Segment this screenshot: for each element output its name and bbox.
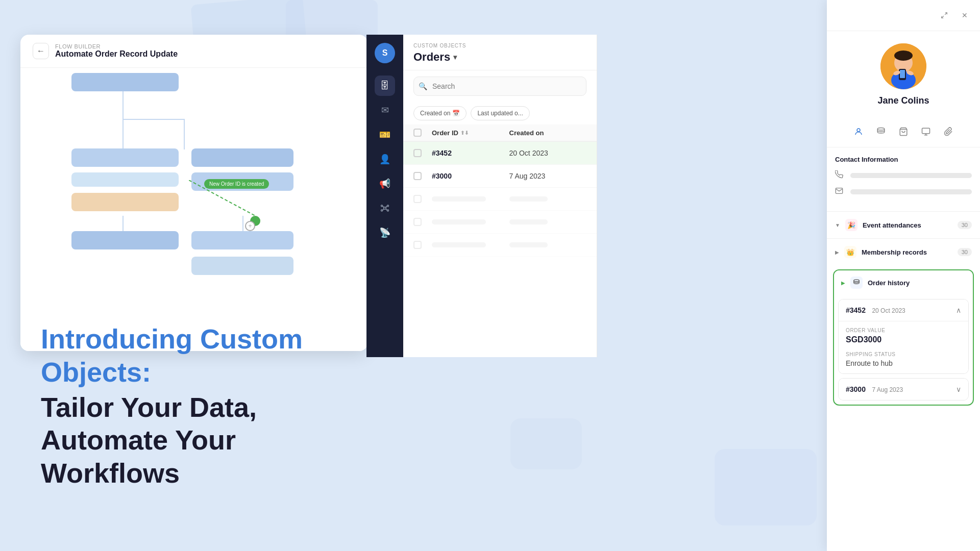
headline-line3: Automate Your Workflows (41, 423, 337, 490)
table-header: Order ID ⬆⬇ Created on (403, 124, 597, 142)
nav-item-inbox[interactable]: ✉ (375, 100, 395, 120)
table-row-loading-1 (403, 188, 597, 211)
contact-panel: ✕ Jane Colins (827, 0, 980, 551)
order-card-3000-header[interactable]: #3000 7 Aug 2023 ∨ (839, 379, 968, 400)
tab-paperclip[interactable] (939, 122, 958, 141)
svg-line-9 (386, 209, 387, 211)
nav-item-megaphone[interactable]: 📢 (375, 173, 395, 194)
order-history-section: ▶ Order history #3452 20 Oct 2023 ∧ ORDE… (833, 269, 974, 406)
search-icon: 🔍 (419, 82, 427, 90)
order-history-header[interactable]: ▶ Order history (834, 270, 973, 295)
svg-rect-23 (922, 128, 930, 134)
tab-database[interactable] (872, 122, 890, 141)
sidebar-nav: S 🗄 ✉ 🎫 👤 📢 📡 (366, 35, 403, 357)
order-3000-expand-icon[interactable]: ∨ (956, 385, 961, 393)
close-icon[interactable]: ✕ (958, 8, 972, 22)
row-checkbox-2[interactable] (413, 172, 422, 180)
contact-avatar-area: Jane Colins (827, 31, 980, 122)
shipping-status-value: Enroute to hub (846, 359, 961, 367)
headline-line2: Tailor Your Data, (41, 391, 337, 424)
table-row[interactable]: #3452 20 Oct 2023 (403, 142, 597, 165)
order-history-title: Order history (868, 279, 966, 287)
phone-row (835, 170, 972, 181)
avatar (880, 43, 926, 89)
order-3452-id: #3452 (846, 306, 866, 314)
svg-point-2 (381, 205, 383, 207)
nav-item-ticket[interactable]: 🎫 (375, 124, 395, 145)
hero-text: Introducing Custom Objects: Tailor Your … (0, 0, 368, 551)
nav-item-database[interactable]: 🗄 (375, 76, 395, 96)
order-3000-id: #3000 (846, 385, 866, 393)
search-input[interactable] (413, 77, 586, 96)
select-all-checkbox[interactable] (413, 129, 422, 137)
avatar-image (880, 43, 926, 89)
svg-rect-17 (900, 70, 905, 78)
filter-last-updated[interactable]: Last updated o... (471, 106, 529, 120)
contact-name: Jane Colins (877, 95, 929, 106)
order-card-3452: #3452 20 Oct 2023 ∧ ORDER VALUE SGD3000 … (838, 299, 969, 374)
filter-last-updated-label: Last updated o... (477, 110, 523, 117)
svg-point-1 (384, 207, 386, 210)
phone-value-bar (850, 173, 972, 178)
shipping-status-label: SHIPPING STATUS (846, 352, 961, 357)
tab-monitor[interactable] (917, 122, 935, 141)
order-3452-collapse-icon[interactable]: ∧ (956, 306, 961, 314)
membership-records-header[interactable]: ▶ 👑 Membership records 30 (827, 239, 980, 265)
order-date-2: 7 Aug 2023 (509, 172, 587, 180)
filter-created-on[interactable]: Created on 📅 (413, 106, 467, 120)
membership-records-arrow: ▶ (835, 249, 839, 255)
accordion-event-attendances: ▼ 🎉 Event attendances 30 (827, 211, 980, 238)
contact-info-section: Contact Information (827, 147, 980, 211)
table-row-loading-3 (403, 234, 597, 257)
filter-bar: Created on 📅 Last updated o... (403, 102, 597, 124)
email-row (835, 187, 972, 197)
tab-bag[interactable] (894, 122, 913, 141)
svg-point-21 (877, 128, 885, 131)
search-bar-container: 🔍 (413, 77, 586, 96)
order-card-3000: #3000 7 Aug 2023 ∨ (838, 378, 969, 400)
event-attendances-arrow: ▼ (835, 222, 840, 228)
order-card-3452-header[interactable]: #3452 20 Oct 2023 ∧ (839, 299, 968, 321)
sort-icon-order-id[interactable]: ⬆⬇ (460, 130, 469, 136)
chevron-down-icon[interactable]: ▾ (453, 53, 457, 61)
svg-point-5 (387, 210, 389, 211)
email-icon (835, 187, 845, 197)
contact-tabs (827, 122, 980, 147)
nav-item-workflow[interactable] (375, 198, 395, 218)
calendar-icon: 📅 (452, 110, 460, 117)
nav-item-contacts[interactable]: 👤 (375, 149, 395, 169)
event-attendances-icon: 🎉 (845, 219, 857, 231)
order-3000-date: 7 Aug 2023 (872, 386, 903, 393)
order-card-3000-id-area: #3000 7 Aug 2023 (846, 385, 903, 394)
tab-person[interactable] (849, 122, 868, 141)
contact-info-title: Contact Information (835, 156, 972, 163)
event-attendances-header[interactable]: ▼ 🎉 Event attendances 30 (827, 212, 980, 238)
svg-line-6 (383, 206, 384, 208)
created-on-header: Created on (509, 129, 587, 137)
membership-records-badge: 30 (958, 248, 972, 256)
svg-point-26 (854, 280, 860, 282)
order-3452-date: 20 Oct 2023 (872, 307, 905, 314)
loading-bar-id-3 (432, 242, 486, 247)
nav-item-broadcast[interactable]: 📡 (375, 222, 395, 243)
row-checkbox-1[interactable] (413, 149, 422, 157)
order-value-label: ORDER VALUE (846, 328, 961, 333)
order-history-arrow: ▶ (841, 280, 845, 286)
loading-bar-date-3 (509, 242, 548, 247)
svg-point-15 (894, 51, 913, 61)
orders-title: Orders ▾ (413, 51, 586, 64)
headline-line1: Introducing Custom Objects: (41, 322, 337, 389)
order-card-3452-id-area: #3452 20 Oct 2023 (846, 306, 905, 315)
table-row-loading-2 (403, 211, 597, 234)
loading-bar-date-1 (509, 196, 548, 202)
svg-line-7 (386, 206, 387, 208)
contact-panel-header: ✕ (827, 0, 980, 31)
panel-header: CUSTOM OBJECTS Orders ▾ (403, 35, 597, 70)
order-id-header: Order ID ⬆⬇ (432, 129, 509, 137)
custom-objects-panel: CUSTOM OBJECTS Orders ▾ 🔍 Created on 📅 L… (403, 35, 597, 357)
expand-icon[interactable] (937, 8, 951, 22)
accordion-membership-records: ▶ 👑 Membership records 30 (827, 238, 980, 265)
table-row[interactable]: #3000 7 Aug 2023 (403, 165, 597, 188)
loading-bar-date-2 (509, 219, 548, 224)
svg-line-10 (945, 13, 947, 15)
